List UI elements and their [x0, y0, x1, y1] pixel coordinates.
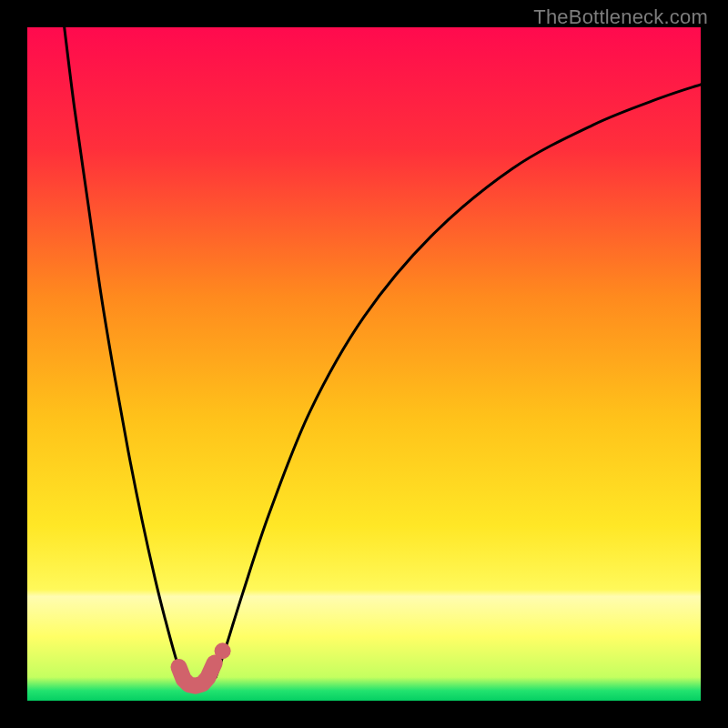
curve-layer: [27, 27, 701, 701]
valley-marker: [179, 663, 215, 686]
right-branch-curve: [216, 85, 701, 677]
chart-frame: TheBottleneck.com: [0, 0, 728, 728]
plot-area: [27, 27, 701, 701]
left-branch-curve: [65, 27, 184, 682]
valley-marker-dot: [215, 642, 231, 659]
watermark-text: TheBottleneck.com: [533, 5, 708, 29]
